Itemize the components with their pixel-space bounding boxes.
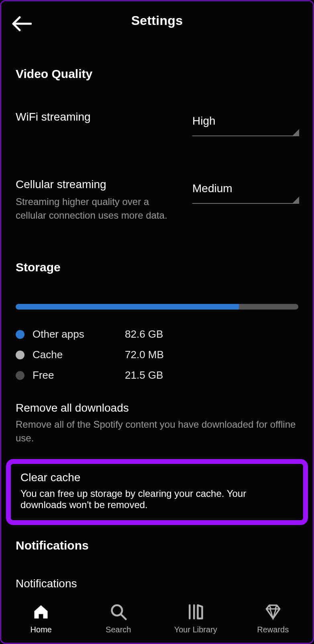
legend-label: Other apps <box>33 328 125 340</box>
remove-all-downloads-title: Remove all downloads <box>16 402 298 414</box>
svg-line-1 <box>120 614 126 619</box>
nav-your-library[interactable]: Your Library <box>157 590 234 642</box>
storage-bar-fill <box>16 304 239 310</box>
search-icon <box>110 603 127 621</box>
legend-label: Free <box>33 369 125 381</box>
legend-row-cache: Cache 72.0 MB <box>16 345 298 365</box>
legend-value: 21.5 GB <box>125 369 163 381</box>
storage-bar <box>16 304 298 310</box>
cellular-streaming-value: Medium <box>192 178 298 203</box>
nav-label: Search <box>106 625 131 634</box>
legend-dot-icon <box>16 330 24 339</box>
library-icon <box>187 603 204 621</box>
legend-dot-icon <box>16 371 24 380</box>
cellular-streaming-sub: Streaming higher quality over a cellular… <box>16 195 180 222</box>
legend-value: 82.6 GB <box>125 328 163 340</box>
cellular-streaming-dropdown[interactable]: Medium <box>192 178 298 204</box>
setting-row-cellular-streaming: Cellular streaming Streaming higher qual… <box>16 178 298 222</box>
nav-rewards[interactable]: Rewards <box>234 590 312 642</box>
clear-cache-sub: You can free up storage by clearing your… <box>20 488 294 511</box>
diamond-icon <box>264 603 282 621</box>
dropdown-underline <box>192 203 298 204</box>
wifi-streaming-label: WiFi streaming <box>16 111 180 123</box>
remove-all-downloads-button[interactable]: Remove all downloads Remove all of the S… <box>16 402 298 445</box>
section-heading-video-quality: Video Quality <box>16 67 298 81</box>
clear-cache-title: Clear cache <box>20 471 294 484</box>
bottom-nav: Home Search Your Library <box>2 590 312 642</box>
legend-label: Cache <box>33 349 125 361</box>
setting-row-wifi-streaming: WiFi streaming High <box>16 111 298 136</box>
section-heading-storage: Storage <box>16 260 298 274</box>
legend-dot-icon <box>16 351 24 359</box>
nav-label: Rewards <box>257 625 289 634</box>
dropdown-handle-icon <box>292 197 299 204</box>
arrow-left-icon <box>11 16 32 32</box>
dropdown-underline <box>192 135 298 136</box>
home-icon <box>32 603 50 621</box>
dropdown-handle-icon <box>292 129 299 136</box>
nav-search[interactable]: Search <box>80 590 157 642</box>
section-heading-notifications: Notifications <box>16 539 298 552</box>
nav-label: Your Library <box>174 625 217 634</box>
storage-legend: Other apps 82.6 GB Cache 72.0 MB Free 21… <box>16 324 298 386</box>
settings-header: Settings <box>1 1 313 40</box>
cellular-streaming-label: Cellular streaming <box>16 178 180 191</box>
nav-label: Home <box>31 625 52 634</box>
page-title: Settings <box>131 13 183 28</box>
nav-home[interactable]: Home <box>2 590 80 642</box>
wifi-streaming-dropdown[interactable]: High <box>192 111 298 136</box>
legend-row-free: Free 21.5 GB <box>16 365 298 386</box>
remove-all-downloads-sub: Remove all of the Spotify content you ha… <box>16 418 298 445</box>
legend-row-other-apps: Other apps 82.6 GB <box>16 324 298 345</box>
clear-cache-button[interactable]: Clear cache You can free up storage by c… <box>6 459 308 525</box>
wifi-streaming-value: High <box>192 111 298 135</box>
legend-value: 72.0 MB <box>125 349 164 361</box>
back-button[interactable] <box>11 16 32 32</box>
